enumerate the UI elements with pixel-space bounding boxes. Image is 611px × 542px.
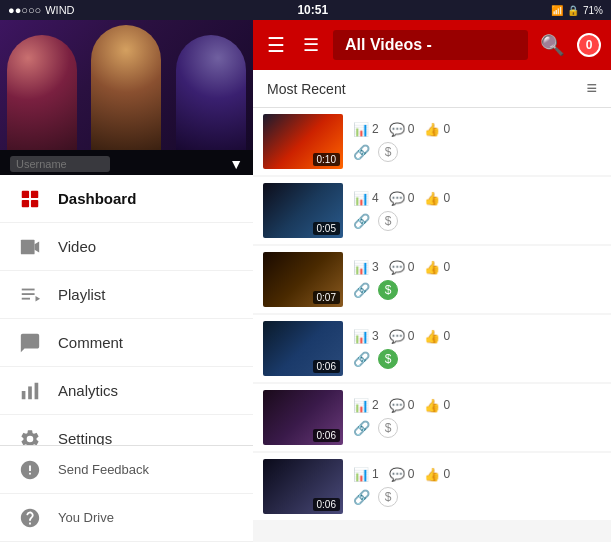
channel-button[interactable]: ☰ <box>297 30 325 60</box>
comments-stat: 💬 0 <box>389 260 415 275</box>
video-list-item[interactable]: 0:06 📊 3 💬 0 👍 0 <box>253 315 611 382</box>
dashboard-label: Dashboard <box>58 190 136 207</box>
analytics-label: Analytics <box>58 382 118 399</box>
battery-level: 71% <box>583 5 603 16</box>
notification-badge[interactable]: 0 <box>577 33 601 57</box>
profile-name-input[interactable] <box>10 156 110 172</box>
likes-count: 0 <box>443 467 450 481</box>
sidebar-item-dashboard[interactable]: Dashboard <box>0 175 253 223</box>
sidebar-item-analytics[interactable]: Analytics <box>0 367 253 415</box>
likes-icon: 👍 <box>424 329 440 344</box>
video-thumbnail: 0:06 <box>263 390 343 445</box>
svg-rect-6 <box>22 288 35 290</box>
sidebar-item-video[interactable]: Video <box>0 223 253 271</box>
hamburger-button[interactable]: ☰ <box>263 29 289 61</box>
likes-count: 0 <box>443 191 450 205</box>
monetize-button[interactable]: $ <box>378 280 398 300</box>
svg-rect-4 <box>21 239 35 254</box>
sidebar-item-feedback[interactable]: Send Feedback <box>0 446 253 494</box>
video-list-item[interactable]: 0:06 📊 1 💬 0 👍 0 <box>253 453 611 520</box>
youdrive-label: You Drive <box>58 510 114 525</box>
sidebar-item-playlist[interactable]: Playlist <box>0 271 253 319</box>
link-icon[interactable]: 🔗 <box>353 489 370 505</box>
search-button[interactable]: 🔍 <box>536 29 569 61</box>
video-list-item[interactable]: 0:06 📊 2 💬 0 👍 0 <box>253 384 611 451</box>
comments-stat: 💬 0 <box>389 467 415 482</box>
comments-icon: 💬 <box>389 467 405 482</box>
svg-rect-0 <box>22 190 29 197</box>
video-meta: 📊 2 💬 0 👍 0 🔗 $ <box>353 398 601 438</box>
banner-character-1 <box>7 35 77 150</box>
comments-count: 0 <box>408 260 415 274</box>
views-count: 4 <box>372 191 379 205</box>
comments-count: 0 <box>408 398 415 412</box>
video-list-item[interactable]: 0:05 📊 4 💬 0 👍 0 <box>253 177 611 244</box>
video-stats: 📊 3 💬 0 👍 0 <box>353 329 601 344</box>
profile-chevron-icon[interactable]: ▼ <box>229 156 243 172</box>
video-thumbnail: 0:07 <box>263 252 343 307</box>
likes-stat: 👍 0 <box>424 260 450 275</box>
likes-count: 0 <box>443 122 450 136</box>
video-actions: 🔗 $ <box>353 280 601 300</box>
svg-rect-2 <box>22 199 29 206</box>
svg-marker-9 <box>36 295 41 301</box>
video-list-item[interactable]: 0:10 📊 2 💬 0 👍 0 <box>253 108 611 175</box>
video-stats: 📊 1 💬 0 👍 0 <box>353 467 601 482</box>
views-stat: 📊 3 <box>353 329 379 344</box>
link-icon[interactable]: 🔗 <box>353 351 370 367</box>
likes-stat: 👍 0 <box>424 191 450 206</box>
comments-icon: 💬 <box>389 191 405 206</box>
video-meta: 📊 1 💬 0 👍 0 🔗 $ <box>353 467 601 507</box>
video-duration: 0:05 <box>313 222 340 235</box>
settings-icon <box>16 425 44 446</box>
sidebar-item-comment[interactable]: Comment <box>0 319 253 367</box>
sidebar-item-settings[interactable]: Settings <box>0 415 253 445</box>
views-stat: 📊 2 <box>353 122 379 137</box>
comments-stat: 💬 0 <box>389 122 415 137</box>
status-signal: ●●○○○ WIND <box>8 4 75 16</box>
monetize-button[interactable]: $ <box>378 487 398 507</box>
comments-count: 0 <box>408 191 415 205</box>
video-actions: 🔗 $ <box>353 349 601 369</box>
video-duration: 0:06 <box>313 429 340 442</box>
help-icon <box>16 504 44 532</box>
sort-icon[interactable]: ≡ <box>586 78 597 99</box>
monetize-button[interactable]: $ <box>378 142 398 162</box>
video-list: 0:10 📊 2 💬 0 👍 0 <box>253 108 611 542</box>
playlist-icon <box>16 281 44 309</box>
comments-icon: 💬 <box>389 329 405 344</box>
link-icon[interactable]: 🔗 <box>353 213 370 229</box>
lock-icon: 🔒 <box>567 5 579 16</box>
monetize-button[interactable]: $ <box>378 349 398 369</box>
sidebar-header: ▼ <box>0 20 253 175</box>
link-icon[interactable]: 🔗 <box>353 144 370 160</box>
video-stats: 📊 4 💬 0 👍 0 <box>353 191 601 206</box>
likes-icon: 👍 <box>424 398 440 413</box>
all-videos-dropdown[interactable]: All Videos - <box>333 30 528 60</box>
comments-stat: 💬 0 <box>389 329 415 344</box>
views-icon: 📊 <box>353 329 369 344</box>
status-time: 10:51 <box>297 3 328 17</box>
views-stat: 📊 4 <box>353 191 379 206</box>
likes-stat: 👍 0 <box>424 329 450 344</box>
monetize-button[interactable]: $ <box>378 418 398 438</box>
monetize-button[interactable]: $ <box>378 211 398 231</box>
video-thumbnail: 0:10 <box>263 114 343 169</box>
comment-label: Comment <box>58 334 123 351</box>
likes-stat: 👍 0 <box>424 467 450 482</box>
video-actions: 🔗 $ <box>353 487 601 507</box>
video-stats: 📊 2 💬 0 👍 0 <box>353 122 601 137</box>
link-icon[interactable]: 🔗 <box>353 420 370 436</box>
svg-rect-11 <box>28 386 32 399</box>
top-icons: 🔍 0 <box>536 29 601 61</box>
signal-dots: ●●○○○ <box>8 4 41 16</box>
video-thumbnail: 0:06 <box>263 459 343 514</box>
svg-rect-8 <box>22 297 30 299</box>
analytics-icon <box>16 377 44 405</box>
views-count: 1 <box>372 467 379 481</box>
views-count: 2 <box>372 398 379 412</box>
link-icon[interactable]: 🔗 <box>353 282 370 298</box>
video-list-item[interactable]: 0:07 📊 3 💬 0 👍 0 <box>253 246 611 313</box>
sidebar-item-youdrive[interactable]: You Drive <box>0 494 253 542</box>
video-actions: 🔗 $ <box>353 211 601 231</box>
